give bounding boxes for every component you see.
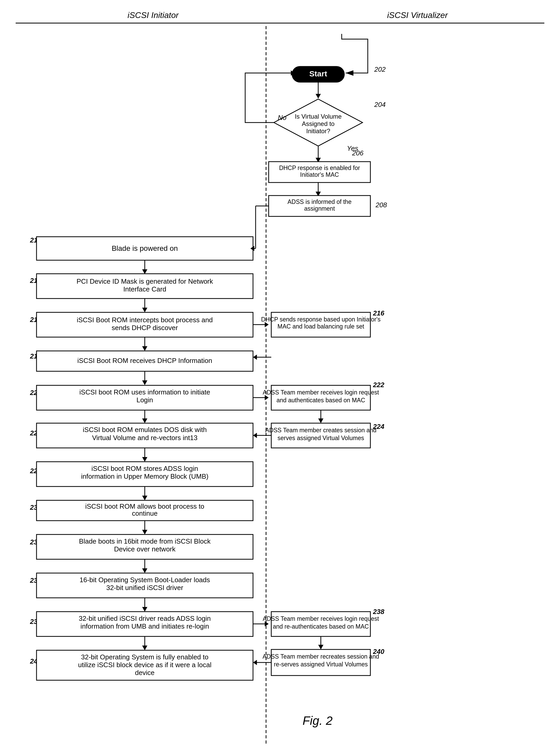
flow-diagram-svg: Start 202 Is Virtual Volume Assigned to … bbox=[16, 26, 553, 746]
svg-marker-103 bbox=[142, 568, 147, 573]
svg-text:and re-authenticates based on : and re-authenticates based on MAC bbox=[273, 623, 369, 630]
svg-text:32-bit unified iSCSI driver re: 32-bit unified iSCSI driver reads ADSS l… bbox=[79, 614, 211, 622]
svg-marker-59 bbox=[142, 381, 147, 385]
svg-marker-5 bbox=[316, 94, 321, 99]
svg-text:238: 238 bbox=[373, 608, 384, 615]
svg-text:16-bit Operating System Boot-L: 16-bit Operating System Boot-Loader load… bbox=[80, 576, 210, 584]
svg-text:Interface Card: Interface Card bbox=[123, 285, 166, 293]
svg-text:ADSS Team member receives logi: ADSS Team member receives login request bbox=[263, 389, 379, 396]
svg-text:Initiator?: Initiator? bbox=[306, 127, 330, 135]
svg-text:Virtual Volume and re-vectors : Virtual Volume and re-vectors int13 bbox=[92, 434, 197, 442]
svg-text:continue: continue bbox=[132, 509, 158, 517]
svg-text:222: 222 bbox=[373, 381, 384, 389]
svg-marker-46 bbox=[265, 322, 269, 327]
svg-text:Start: Start bbox=[309, 69, 327, 78]
header-divider bbox=[16, 23, 544, 23]
svg-marker-71 bbox=[318, 419, 323, 423]
svg-text:Blade boots in 16bit mode from: Blade boots in 16bit mode from iSCSI Blo… bbox=[79, 537, 211, 545]
svg-text:32-bit Operating System is ful: 32-bit Operating System is fully enabled… bbox=[81, 653, 208, 661]
svg-text:serves assigned Virtual Volume: serves assigned Virtual Volumes bbox=[278, 435, 364, 442]
svg-text:Device over network: Device over network bbox=[114, 545, 176, 553]
svg-text:204: 204 bbox=[374, 101, 385, 108]
svg-text:Is Virtual Volume: Is Virtual Volume bbox=[295, 113, 342, 120]
svg-text:DHCP response is enabled for: DHCP response is enabled for bbox=[279, 164, 360, 171]
svg-text:32-bit unified iSCSI driver: 32-bit unified iSCSI driver bbox=[106, 584, 183, 592]
svg-text:ADSS Team member receives logi: ADSS Team member receives login request bbox=[263, 615, 379, 622]
svg-text:208: 208 bbox=[375, 201, 387, 209]
right-column-header: iSCSI Virtualizer bbox=[270, 11, 544, 20]
svg-marker-115 bbox=[265, 621, 269, 627]
column-headers: iSCSI Initiator iSCSI Virtualizer bbox=[16, 11, 544, 20]
svg-text:Fig. 2: Fig. 2 bbox=[303, 714, 333, 728]
svg-text:Initiator's MAC: Initiator's MAC bbox=[300, 171, 339, 178]
svg-text:utilize iSCSI block device as : utilize iSCSI block device as if it were… bbox=[78, 661, 212, 669]
svg-marker-85 bbox=[142, 457, 147, 462]
svg-text:and authenticates based on MAC: and authenticates based on MAC bbox=[277, 397, 365, 404]
svg-marker-91 bbox=[142, 496, 147, 500]
svg-text:iSCSI Boot ROM receives DHCP I: iSCSI Boot ROM receives DHCP Information bbox=[78, 356, 212, 365]
page: iSCSI Initiator iSCSI Virtualizer Start … bbox=[0, 0, 560, 754]
svg-marker-52 bbox=[142, 346, 147, 351]
svg-text:PCI Device ID Mask is generate: PCI Device ID Mask is generated for Netw… bbox=[76, 278, 213, 285]
svg-text:iSCSI boot ROM stores ADSS log: iSCSI boot ROM stores ADSS login bbox=[92, 465, 198, 472]
svg-text:Blade is powered on: Blade is powered on bbox=[112, 244, 178, 252]
svg-text:Assigned to: Assigned to bbox=[302, 120, 334, 127]
svg-text:iSCSI boot ROM allows boot pro: iSCSI boot ROM allows boot process to bbox=[85, 503, 204, 510]
svg-marker-97 bbox=[142, 530, 147, 534]
svg-text:DHCP sends response based upon: DHCP sends response based upon Initiator… bbox=[261, 316, 381, 323]
svg-text:No: No bbox=[278, 114, 286, 122]
svg-text:iSCSI Boot ROM intercepts boot: iSCSI Boot ROM intercepts boot process a… bbox=[77, 316, 213, 324]
svg-marker-54 bbox=[253, 354, 257, 360]
svg-marker-129 bbox=[142, 646, 147, 650]
svg-text:iSCSI boot ROM emulates DOS di: iSCSI boot ROM emulates DOS disk with bbox=[83, 426, 206, 433]
svg-marker-65 bbox=[265, 395, 269, 400]
svg-text:ADSS Team member recreates ses: ADSS Team member recreates session and bbox=[263, 653, 379, 660]
svg-text:sends DHCP discover: sends DHCP discover bbox=[112, 324, 178, 332]
svg-text:information from UMB and initi: information from UMB and initiates re-lo… bbox=[81, 622, 209, 630]
svg-text:206: 206 bbox=[352, 149, 364, 157]
svg-text:information in Upper Memory Bl: information in Upper Memory Block (UMB) bbox=[81, 472, 208, 480]
svg-marker-77 bbox=[253, 433, 257, 438]
svg-text:Login: Login bbox=[136, 396, 153, 404]
svg-text:202: 202 bbox=[374, 65, 386, 73]
svg-marker-40 bbox=[142, 308, 147, 312]
svg-text:ADSS is informed of the: ADSS is informed of the bbox=[287, 198, 351, 205]
svg-text:MAC and load balancing rule se: MAC and load balancing rule set bbox=[278, 323, 364, 330]
svg-marker-34 bbox=[142, 269, 147, 274]
svg-marker-127 bbox=[253, 660, 257, 665]
svg-text:device: device bbox=[135, 669, 155, 676]
svg-marker-109 bbox=[142, 607, 147, 612]
svg-text:re-serves assigned Virtual Vol: re-serves assigned Virtual Volumes bbox=[274, 661, 368, 668]
svg-text:iSCSI boot ROM uses informatio: iSCSI boot ROM uses information to initi… bbox=[79, 388, 210, 396]
svg-text:ADSS Team member creates sessi: ADSS Team member creates session and bbox=[265, 427, 377, 433]
left-column-header: iSCSI Initiator bbox=[16, 11, 270, 20]
svg-marker-79 bbox=[142, 419, 147, 423]
svg-marker-121 bbox=[318, 645, 323, 649]
svg-text:assignment: assignment bbox=[304, 205, 335, 212]
